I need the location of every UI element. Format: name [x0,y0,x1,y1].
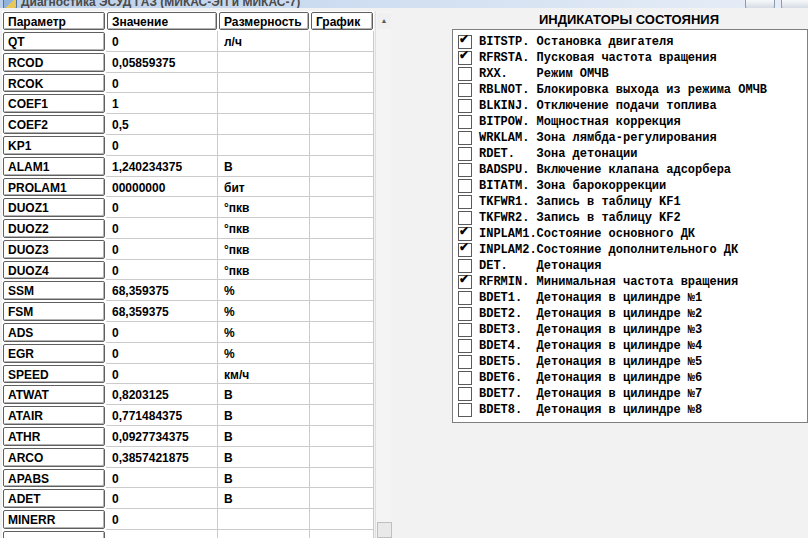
checkbox-unchecked[interactable] [458,259,472,273]
header-unit[interactable]: Размерность [219,12,309,30]
checkbox-unchecked[interactable] [458,115,472,129]
param-cell[interactable]: PROLAM1 [3,178,105,197]
param-cell[interactable]: ADET [3,489,105,508]
header-value[interactable]: Значение [107,12,217,30]
indicator-code: BITATM. [479,179,537,193]
param-cell[interactable]: MINERR [3,510,105,529]
table-row: SSM68,359375% [2,280,374,301]
param-cell[interactable]: COEF2 [3,115,105,134]
indicator-description: Детонация [537,259,602,273]
table-scrollbar[interactable]: ▲ [375,11,391,538]
param-cell[interactable]: QT [3,32,105,51]
param-cell[interactable]: COEF1 [3,94,105,113]
param-cell[interactable]: ALAM1 [3,157,105,176]
param-cell[interactable]: DUOZ3 [3,240,105,259]
graph-cell [310,488,374,509]
checkbox-checked[interactable]: ✔ [458,35,472,49]
checkbox-unchecked[interactable] [458,291,472,305]
indicator-code: BDET2. [479,307,537,321]
graph-cell [310,343,374,364]
indicator-description: Детонация в цилиндре №8 [537,403,703,417]
indicator-description: Детонация в цилиндре №6 [537,371,703,385]
indicator-code: TKFWR1. [479,195,537,209]
checkbox-unchecked[interactable] [458,339,472,353]
table-row: COEF20,5 [2,114,374,135]
minimize-button[interactable] [745,0,775,8]
graph-cell [310,197,374,218]
header-graph[interactable]: График [311,12,373,30]
checkbox-unchecked[interactable] [458,131,472,145]
param-cell[interactable] [3,531,105,538]
table-row: EGR0% [2,343,374,364]
unit-cell: В [218,468,310,489]
param-cell[interactable]: DUOZ4 [3,261,105,280]
indicator-row: BDET4.Детонация в цилиндре №4 [453,338,807,354]
graph-cell [310,114,374,135]
indicator-code: BADSPU. [479,163,537,177]
param-cell[interactable]: DUOZ2 [3,219,105,238]
param-cell[interactable]: ATAIR [3,406,105,425]
indicator-label: BDET5.Детонация в цилиндре №5 [479,355,702,369]
param-cell[interactable]: APABS [3,469,105,488]
checkbox-unchecked[interactable] [458,163,472,177]
graph-cell [310,218,374,239]
checkbox-checked[interactable]: ✔ [458,227,472,241]
checkbox-checked[interactable]: ✔ [458,243,472,257]
header-parameter[interactable]: Параметр [3,12,105,30]
indicator-label: BDET6.Детонация в цилиндре №6 [479,371,702,385]
param-cell[interactable]: SSM [3,281,105,300]
param-cell[interactable]: ARCO [3,448,105,467]
scroll-down-button[interactable] [377,522,392,538]
indicator-label: DET.Детонация [479,259,601,273]
unit-cell [218,135,310,156]
checkbox-unchecked[interactable] [458,67,472,81]
param-cell[interactable]: SPEED [3,365,105,384]
checkbox-unchecked[interactable] [458,83,472,97]
param-cell[interactable]: KP1 [3,136,105,155]
indicator-row: BDET6.Детонация в цилиндре №6 [453,370,807,386]
indicator-code: TKFWR2. [479,211,537,225]
indicator-row: BDET2.Детонация в цилиндре №2 [453,306,807,322]
param-cell[interactable]: ATHR [3,427,105,446]
checkbox-unchecked[interactable] [458,147,472,161]
checkbox-unchecked[interactable] [458,387,472,401]
checkbox-unchecked[interactable] [458,355,472,369]
unit-cell: % [218,280,310,301]
unit-cell: В [218,156,310,177]
param-cell[interactable]: EGR [3,344,105,363]
checkbox-unchecked[interactable] [458,307,472,321]
checkbox-checked[interactable]: ✔ [458,51,472,65]
indicator-description: Детонация в цилиндре №5 [537,355,703,369]
indicator-description: Зона лямбда-регулирования [537,131,717,145]
indicator-row: BADSPU.Включение клапана адсорбера [453,162,807,178]
unit-cell: % [218,343,310,364]
indicator-row: BDET7.Детонация в цилиндре №7 [453,386,807,402]
graph-cell [310,280,374,301]
param-cell[interactable]: RCOD [3,53,105,72]
checkbox-unchecked[interactable] [458,403,472,417]
indicator-label: RFRSTA.Пусковая частота вращения [479,51,717,65]
param-cell[interactable]: ATWAT [3,385,105,404]
checkbox-unchecked[interactable] [458,323,472,337]
param-cell[interactable]: DUOZ1 [3,198,105,217]
indicator-code: RXX. [479,67,537,81]
param-cell[interactable]: FSM [3,302,105,321]
value-cell: 0 [106,343,218,364]
table-row: ALAM11,240234375В [2,156,374,177]
checkbox-unchecked[interactable] [458,211,472,225]
checkbox-unchecked[interactable] [458,371,472,385]
indicator-code: BDET4. [479,339,537,353]
checkbox-unchecked[interactable] [458,99,472,113]
table-row: KP10 [2,135,374,156]
param-cell[interactable]: ADS [3,323,105,342]
scroll-up-icon[interactable]: ▲ [377,13,391,29]
checkbox-unchecked[interactable] [458,179,472,193]
indicator-row: RDET.Зона детонации [453,146,807,162]
indicator-code: RFRMIN. [479,275,537,289]
param-cell[interactable]: RCOK [3,74,105,93]
indicator-label: RXX.Режим ОМЧВ [479,67,609,81]
graph-cell [310,301,374,322]
maximize-button[interactable] [781,0,808,8]
checkbox-unchecked[interactable] [458,195,472,209]
checkbox-checked[interactable]: ✔ [458,275,472,289]
